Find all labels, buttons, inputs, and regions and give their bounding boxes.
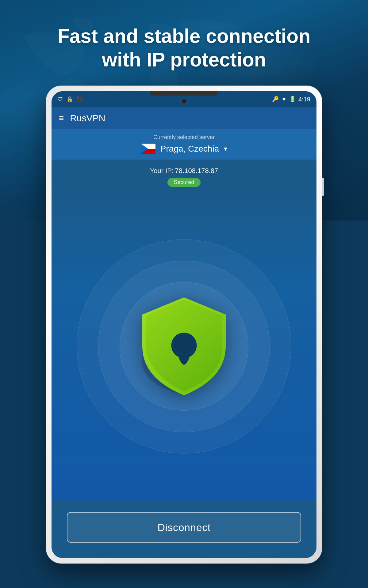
tablet-side-button bbox=[322, 178, 324, 196]
tablet-top-bar bbox=[150, 91, 218, 96]
signal-icon: ▼ bbox=[281, 96, 287, 103]
server-city-name: Praga, Czechia bbox=[160, 144, 219, 154]
ip-address: 78.108.178.87 bbox=[175, 167, 218, 175]
server-selection-label: Currently selected server bbox=[59, 134, 309, 141]
battery-icon: 🔋 bbox=[289, 96, 296, 103]
disconnect-button[interactable]: Disconnect bbox=[67, 512, 301, 543]
hero-section: Fast and stable connection with IP prote… bbox=[0, 24, 368, 72]
menu-button[interactable]: ≡ bbox=[59, 113, 64, 123]
hero-title-line1: Fast and stable connection bbox=[0, 24, 368, 48]
vpn-status-icon: 🛡 bbox=[58, 96, 63, 103]
tablet-device: 🛡 🔒 ⚫ 🔑 ▼ 🔋 4:19 ≡ RusVPN bbox=[46, 86, 322, 564]
status-time: 4:19 bbox=[298, 96, 310, 103]
country-flag bbox=[141, 144, 155, 154]
shield-icon-container bbox=[135, 291, 233, 401]
secured-badge: Secured bbox=[167, 178, 200, 187]
shield-icon bbox=[135, 291, 233, 401]
lock-status-icon: 🔒 bbox=[66, 96, 73, 103]
tablet-screen: 🛡 🔒 ⚫ 🔑 ▼ 🔋 4:19 ≡ RusVPN bbox=[52, 91, 316, 558]
app-toolbar: ≡ RusVPN bbox=[52, 107, 316, 129]
tablet-camera bbox=[181, 99, 187, 104]
notification-icon: ⚫ bbox=[76, 96, 83, 103]
bottom-area: Disconnect bbox=[52, 500, 316, 558]
app-title: RusVPN bbox=[70, 113, 105, 123]
key-icon: 🔑 bbox=[272, 96, 279, 103]
ip-info-area: Your IP: 78.108.178.87 Secured bbox=[52, 160, 316, 193]
server-selection-bar[interactable]: Currently selected server Praga, Czechia… bbox=[52, 129, 316, 160]
hero-title-line2: with IP protection bbox=[0, 48, 368, 72]
ip-label: Your IP: bbox=[150, 167, 174, 175]
shield-area bbox=[52, 193, 316, 500]
server-dropdown-arrow[interactable]: ▾ bbox=[224, 145, 227, 153]
